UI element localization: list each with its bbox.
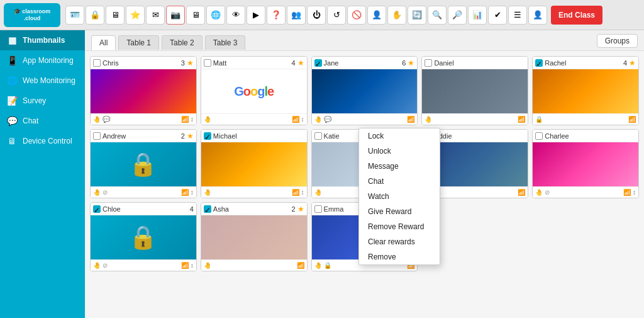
person-button[interactable]: 👤: [367, 6, 386, 25]
screen-icon-matt: ↕: [301, 116, 304, 123]
id-card-button[interactable]: 🪪: [65, 6, 84, 25]
sidebar-item-chat[interactable]: 💬 Chat: [0, 111, 85, 131]
end-class-button[interactable]: End Class: [551, 6, 602, 25]
tab-table2[interactable]: Table 2: [162, 35, 203, 50]
checkbox-charlee[interactable]: [535, 132, 543, 140]
list-button[interactable]: ☰: [508, 6, 527, 25]
wifi-icon-michael: 📶: [292, 189, 299, 196]
student-card-jane[interactable]: ✓ Jane 6 ★ 🤚💬 📶: [311, 56, 418, 125]
student-card-chris[interactable]: Chris 3 ★ 🤚💬 📶↕: [90, 56, 197, 125]
sidebar-item-device-control[interactable]: 🖥 Device Control: [0, 131, 85, 151]
hand-icon-charlee: 🤚: [535, 189, 543, 196]
hand-icon-emma: 🤚: [314, 262, 322, 269]
student-name-katie: Katie: [324, 132, 340, 140]
globe-button[interactable]: 🌐: [206, 6, 225, 25]
star-chris: ★: [187, 59, 194, 67]
strikethrough-icon-andrew: ⊘: [103, 189, 108, 196]
thumb-chloe: 🔒: [91, 215, 196, 259]
sidebar-item-survey[interactable]: 📝 Survey: [0, 91, 85, 111]
tab-table3[interactable]: Table 3: [205, 35, 246, 50]
eye-button[interactable]: 👁: [226, 6, 245, 25]
context-menu-chat[interactable]: Chat: [359, 174, 440, 189]
person-x-button[interactable]: 🚫: [347, 6, 366, 25]
checkbox-emma[interactable]: [314, 205, 322, 213]
context-menu-unlock[interactable]: Unlock: [359, 144, 440, 159]
help-button[interactable]: ❓: [267, 6, 286, 25]
tab-all[interactable]: All: [91, 35, 116, 50]
student-card-michael[interactable]: ✓ Michael 🤚 📶↕: [201, 129, 308, 198]
context-menu-remove-reward[interactable]: Remove Reward: [359, 219, 440, 234]
checkbox-andrew[interactable]: [93, 132, 101, 140]
checkbox-michael[interactable]: ✓: [204, 132, 211, 140]
context-menu-watch[interactable]: Watch: [359, 189, 440, 204]
zoom-out-button[interactable]: 🔎: [448, 6, 467, 25]
tab-table1[interactable]: Table 1: [118, 35, 159, 50]
checkbox-rachel[interactable]: ✓: [535, 59, 543, 67]
student-name-emma: Emma: [324, 205, 344, 213]
groups-button[interactable]: Groups: [597, 34, 638, 48]
student-card-daniel[interactable]: Daniel 🤚 📶: [421, 56, 528, 125]
play-button[interactable]: ▶: [247, 6, 265, 25]
checkbox-daniel[interactable]: [425, 59, 432, 67]
check-button[interactable]: ✔: [488, 6, 507, 25]
card-header-chris: Chris 3 ★: [91, 57, 196, 69]
photo-button[interactable]: 📷: [166, 6, 185, 25]
zoom-in-button[interactable]: 🔍: [428, 6, 447, 25]
sidebar-item-app-monitoring[interactable]: 📱 App Monitoring: [0, 50, 85, 71]
star-button[interactable]: ⭐: [126, 6, 145, 25]
strikethrough-icon-charlee: ⊘: [545, 189, 550, 196]
refresh-button[interactable]: ↺: [327, 6, 346, 25]
hand-icon-katie: 🤚: [314, 189, 322, 196]
footer-rachel: 🔒 📶: [533, 113, 638, 125]
student-card-matt[interactable]: Matt 4 ★ Google 🤚 📶↕: [201, 56, 308, 125]
checkbox-chloe[interactable]: ✓: [93, 205, 101, 213]
context-menu-lock[interactable]: Lock: [359, 128, 440, 144]
thumb-michael: [201, 142, 307, 186]
mail-button[interactable]: ✉: [146, 6, 165, 25]
monitor-button[interactable]: 🖥: [106, 6, 125, 25]
person2-button[interactable]: 👤: [528, 6, 547, 25]
student-card-chloe[interactable]: ✓ Chloe 4 🔒 🤚⊘ 📶↕: [90, 202, 197, 271]
checkbox-chris[interactable]: [93, 59, 101, 67]
student-name-daniel: Daniel: [434, 59, 453, 67]
card-header-andrew: Andrew 2 ★: [91, 130, 196, 142]
chat-icon-jane: 💬: [324, 116, 331, 123]
student-card-asha[interactable]: ✓ Asha 2 ★ 🤚 📶: [201, 202, 308, 271]
users-button[interactable]: 👥: [287, 6, 306, 25]
student-card-andrew[interactable]: Andrew 2 ★ 🔒 🤚⊘ 📶↕: [90, 129, 197, 198]
student-card-rachel[interactable]: ✓ Rachel 4 ★ 🔒 📶: [532, 56, 639, 125]
student-card-charlee[interactable]: Charlee 🤚⊘ 📶↕: [532, 129, 639, 198]
sidebar-item-web-monitoring[interactable]: 🌐 Web Monitoring: [0, 71, 85, 91]
card-header-matt: Matt 4 ★: [201, 57, 307, 69]
power-button[interactable]: ⏻: [307, 6, 326, 25]
checkbox-asha[interactable]: ✓: [204, 205, 211, 213]
context-menu-message[interactable]: Message: [359, 159, 440, 174]
student-name-jane: Jane: [324, 59, 339, 67]
lock-icon-emma: 🔒: [324, 262, 331, 269]
checkbox-katie[interactable]: [314, 132, 322, 140]
survey-icon: 📝: [6, 96, 18, 106]
sidebar-label-thumbnails: Thumbnails: [23, 36, 65, 45]
student-name-rachel: Rachel: [545, 59, 566, 67]
context-menu-clear-rewards[interactable]: Clear rewards: [359, 234, 440, 249]
screen-icon-chris: ↕: [191, 116, 194, 123]
card-header-daniel: Daniel: [422, 57, 528, 69]
checkbox-jane[interactable]: ✓: [314, 59, 322, 67]
wifi-icon-chloe: 📶: [181, 262, 189, 269]
student-name-andrew: Andrew: [103, 132, 126, 140]
sidebar: ▦ Thumbnails 📱 App Monitoring 🌐 Web Moni…: [0, 30, 85, 318]
hand-button[interactable]: ✋: [387, 6, 406, 25]
chat-icon-chris: 💬: [103, 116, 110, 123]
checkbox-matt[interactable]: [204, 59, 211, 67]
desktop2-button[interactable]: 🖥: [186, 6, 205, 25]
sidebar-item-thumbnails[interactable]: ▦ Thumbnails: [0, 30, 85, 50]
context-menu-give-reward[interactable]: Give Reward: [359, 204, 440, 219]
context-menu-remove[interactable]: Remove: [359, 249, 440, 264]
context-menu: Lock Unlock Message Chat Watch Give Rewa…: [358, 128, 440, 265]
chart-button[interactable]: 📊: [468, 6, 487, 25]
sidebar-label-survey: Survey: [23, 96, 46, 105]
lock-button[interactable]: 🔒: [86, 6, 104, 25]
sidebar-label-app-monitoring: App Monitoring: [23, 56, 74, 65]
student-name-michael: Michael: [213, 132, 237, 140]
cycle-button[interactable]: 🔄: [408, 6, 426, 25]
